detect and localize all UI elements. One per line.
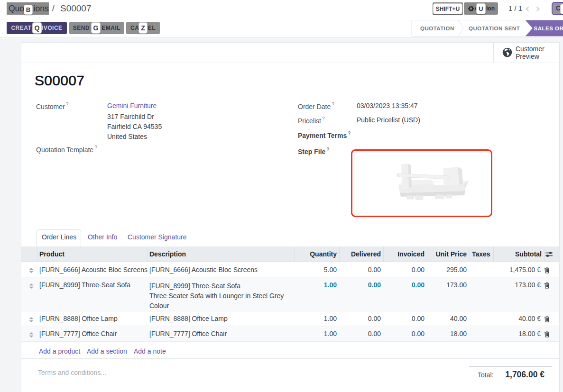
svg-text:QUOTATION: QUOTATION [420,26,454,31]
svg-text:SALES ORDER: SALES ORDER [534,26,563,31]
svg-text:QUOTATION SENT: QUOTATION SENT [469,26,520,31]
